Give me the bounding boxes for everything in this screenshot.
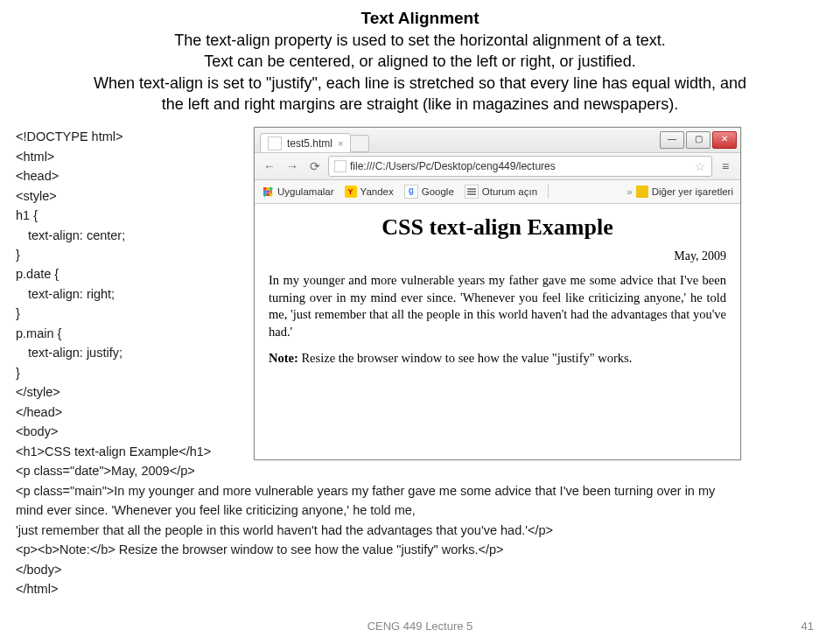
folder-icon	[636, 186, 648, 198]
forward-icon[interactable]: →	[283, 157, 302, 176]
note-text: Resize the browser window to see how the…	[298, 351, 633, 365]
back-icon[interactable]: ←	[260, 157, 279, 176]
google-icon	[404, 185, 418, 199]
code-line: text-align: justify;	[16, 343, 243, 362]
code-line: </html>	[16, 579, 824, 598]
bookmark-apps[interactable]: Uygulamalar	[262, 186, 334, 198]
chevron-right-icon: »	[626, 186, 632, 197]
bookmark-google[interactable]: Google	[404, 185, 454, 199]
bookmark-label: Uygulamalar	[277, 186, 334, 197]
bookmark-label: Google	[422, 186, 454, 197]
doc-icon	[465, 185, 479, 199]
browser-toolbar: ← → ⟳ file:///C:/Users/Pc/Desktop/ceng44…	[255, 153, 740, 180]
code-line: <p><b>Note:</b> Resize the browser windo…	[16, 540, 824, 559]
code-line: p.date {	[16, 264, 243, 284]
code-line: <p class="main">In my younger and more v…	[16, 481, 824, 500]
star-icon[interactable]: ☆	[695, 159, 706, 173]
code-line: <p class="date">May, 2009</p>	[16, 461, 243, 480]
bookmark-yandex[interactable]: Yandex	[345, 186, 394, 198]
intro-line-1: The text-align property is used to set t…	[16, 30, 824, 51]
bookmark-label: Diğer yer işaretleri	[652, 186, 733, 197]
code-line: text-align: center;	[16, 226, 243, 245]
example-heading: CSS text-align Example	[269, 214, 726, 241]
bookmark-other[interactable]: » Diğer yer işaretleri	[626, 186, 733, 198]
intro-line-4: the left and right margins are straight …	[16, 94, 824, 115]
code-continued: <p class="main">In my younger and more v…	[16, 481, 824, 599]
code-column: <!DOCTYPE html> <html> <head> <style> h1…	[16, 127, 243, 480]
file-icon	[268, 136, 282, 150]
bookmark-label: Yandex	[360, 186, 394, 197]
browser-titlebar: test5.html × — ▢ ✕	[255, 128, 740, 153]
file-icon	[334, 160, 346, 172]
bookmark-login[interactable]: Oturum açın	[465, 185, 537, 199]
code-line: <body>	[16, 422, 243, 441]
code-line: p.main {	[16, 324, 243, 343]
title-block: Text Alignment The text-align property i…	[16, 9, 824, 115]
code-line: <html>	[16, 147, 243, 166]
close-button[interactable]: ✕	[712, 131, 737, 149]
intro-line-3: When text-align is set to "justify", eac…	[16, 73, 824, 94]
code-line: </head>	[16, 402, 243, 422]
intro-line-2: Text can be centered, or aligned to the …	[16, 51, 824, 72]
apps-icon	[262, 186, 274, 198]
browser-window: test5.html × — ▢ ✕ ← → ⟳	[254, 127, 741, 460]
address-bar[interactable]: file:///C:/Users/Pc/Desktop/ceng449/lect…	[328, 156, 712, 177]
page-number: 41	[802, 620, 814, 630]
code-line: <head>	[16, 166, 243, 186]
new-tab-button[interactable]	[351, 135, 369, 152]
code-line: <!DOCTYPE html>	[16, 127, 243, 146]
code-line: }	[16, 363, 243, 382]
reload-icon[interactable]: ⟳	[305, 157, 325, 176]
code-line: h1 {	[16, 206, 243, 225]
lecture-label: CENG 449 Lecture 5	[368, 620, 473, 630]
minimize-button[interactable]: —	[660, 131, 684, 149]
bookmark-label: Oturum açın	[482, 186, 537, 197]
example-date: May, 2009	[269, 249, 726, 263]
code-line: 'just remember that all the people in th…	[16, 521, 824, 540]
code-line: text-align: right;	[16, 284, 243, 304]
example-note: Note: Resize the browser window to see h…	[269, 351, 726, 366]
code-line: <style>	[16, 186, 243, 206]
browser-tab[interactable]: test5.html ×	[260, 133, 351, 152]
slide-title: Text Alignment	[16, 9, 824, 28]
note-label: Note:	[269, 351, 298, 365]
url-text: file:///C:/Users/Pc/Desktop/ceng449/lect…	[350, 160, 556, 172]
code-line: <h1>CSS text-align Example</h1>	[16, 442, 243, 461]
menu-icon[interactable]: ≡	[716, 157, 735, 176]
example-paragraph: In my younger and more vulnerable years …	[269, 272, 726, 340]
rendered-page: CSS text-align Example May, 2009 In my y…	[255, 204, 740, 459]
code-line: </body>	[16, 560, 824, 579]
code-line: mind ever since. 'Whenever you feel like…	[16, 500, 824, 520]
tab-title: test5.html	[287, 137, 332, 150]
close-icon[interactable]: ×	[338, 138, 343, 149]
code-line: }	[16, 245, 243, 264]
bookmarks-bar: Uygulamalar Yandex Google Oturum açın » …	[255, 180, 740, 204]
code-line: }	[16, 304, 243, 323]
code-line: </style>	[16, 382, 243, 402]
separator	[548, 185, 549, 199]
yandex-icon	[345, 186, 357, 198]
maximize-button[interactable]: ▢	[686, 131, 710, 149]
